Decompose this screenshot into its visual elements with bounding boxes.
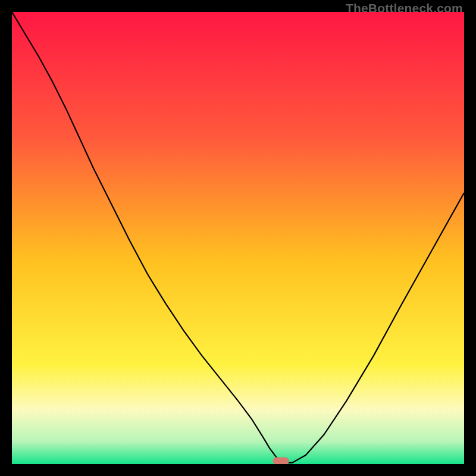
optimal-marker <box>273 458 289 464</box>
plot-area <box>12 12 464 464</box>
chart-frame: TheBottleneck.com <box>0 0 476 476</box>
bottleneck-chart <box>12 12 464 464</box>
chart-background <box>12 12 464 464</box>
